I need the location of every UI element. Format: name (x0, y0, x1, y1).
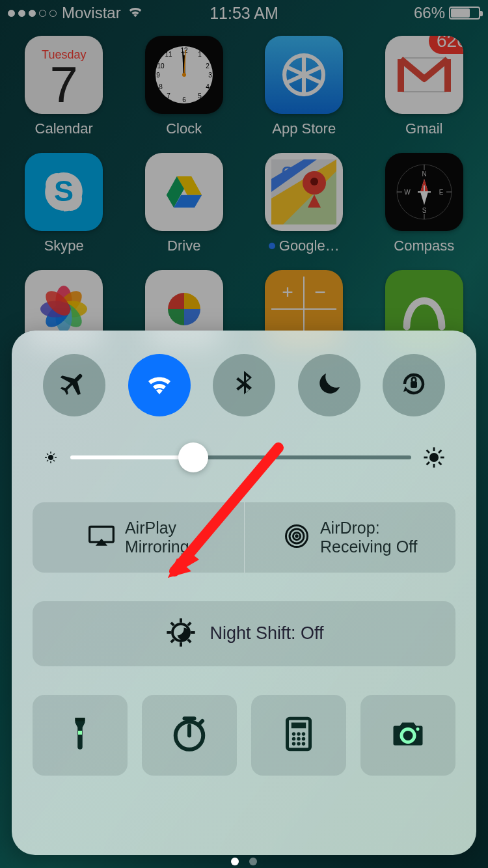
rotation-lock-toggle[interactable] (383, 354, 445, 416)
svg-line-53 (47, 454, 48, 455)
brightness-track[interactable] (70, 455, 411, 459)
svg-line-62 (427, 450, 429, 453)
svg-line-55 (47, 460, 48, 461)
airdrop-icon (282, 522, 311, 553)
svg-line-85 (200, 721, 202, 724)
svg-line-56 (53, 454, 55, 455)
svg-line-54 (53, 460, 55, 461)
flashlight-icon (61, 714, 100, 756)
do-not-disturb-toggle[interactable] (298, 354, 360, 416)
airdrop-button[interactable]: AirDrop: Receiving Off (244, 502, 456, 573)
svg-point-90 (302, 732, 306, 736)
airdrop-label: AirDrop: Receiving Off (320, 519, 418, 556)
brightness-thumb[interactable] (178, 442, 208, 472)
camera-icon (388, 714, 427, 756)
svg-line-78 (171, 640, 174, 642)
timer-icon (170, 714, 209, 756)
page-dot[interactable] (231, 858, 239, 865)
brightness-slider[interactable] (43, 446, 445, 468)
wifi-toggle[interactable] (128, 354, 191, 416)
svg-line-65 (439, 450, 441, 453)
svg-rect-81 (75, 718, 85, 722)
camera-button[interactable] (360, 695, 455, 776)
svg-point-70 (295, 534, 299, 538)
svg-rect-47 (411, 381, 417, 388)
airplay-airdrop-row: AirPlay Mirroring AirDrop: Receiving Off (33, 502, 455, 573)
calculator-button[interactable] (251, 695, 346, 776)
svg-line-64 (427, 462, 429, 465)
brightness-low-icon (43, 450, 59, 465)
wifi-icon (144, 368, 175, 402)
svg-point-94 (292, 742, 296, 746)
toggle-row (43, 354, 445, 416)
svg-line-63 (439, 462, 441, 465)
svg-point-93 (302, 737, 306, 741)
bluetooth-icon (228, 368, 260, 402)
svg-point-95 (297, 742, 301, 746)
svg-rect-80 (78, 731, 82, 735)
svg-point-88 (292, 732, 296, 736)
svg-point-57 (429, 453, 439, 462)
night-shift-icon (164, 616, 198, 652)
brightness-high-icon (423, 446, 445, 468)
airplane-icon (59, 368, 90, 402)
svg-point-96 (302, 742, 306, 746)
calculator-icon (279, 714, 318, 756)
night-shift-label: Night Shift: Off (210, 623, 323, 644)
airplay-icon (87, 522, 116, 553)
svg-line-77 (188, 640, 191, 642)
svg-point-92 (297, 737, 301, 741)
night-shift-button[interactable]: Night Shift: Off (33, 601, 455, 666)
timer-button[interactable] (142, 695, 237, 776)
svg-point-48 (48, 455, 53, 460)
page-dot[interactable] (249, 858, 257, 865)
moon-icon (314, 368, 345, 402)
airplane-mode-toggle[interactable] (43, 354, 105, 416)
rotation-lock-icon (398, 368, 429, 402)
control-center[interactable]: AirPlay Mirroring AirDrop: Receiving Off… (12, 331, 476, 855)
svg-line-79 (188, 623, 191, 625)
svg-point-98 (416, 727, 420, 731)
bluetooth-toggle[interactable] (213, 354, 275, 416)
svg-point-89 (297, 732, 301, 736)
svg-line-76 (171, 623, 174, 625)
airplay-button[interactable]: AirPlay Mirroring (33, 502, 244, 573)
airplay-label: AirPlay Mirroring (125, 519, 189, 556)
shortcut-row (33, 695, 455, 776)
page-indicator[interactable] (0, 858, 488, 865)
flashlight-button[interactable] (33, 695, 128, 776)
svg-point-91 (292, 737, 296, 741)
svg-rect-87 (291, 723, 306, 729)
